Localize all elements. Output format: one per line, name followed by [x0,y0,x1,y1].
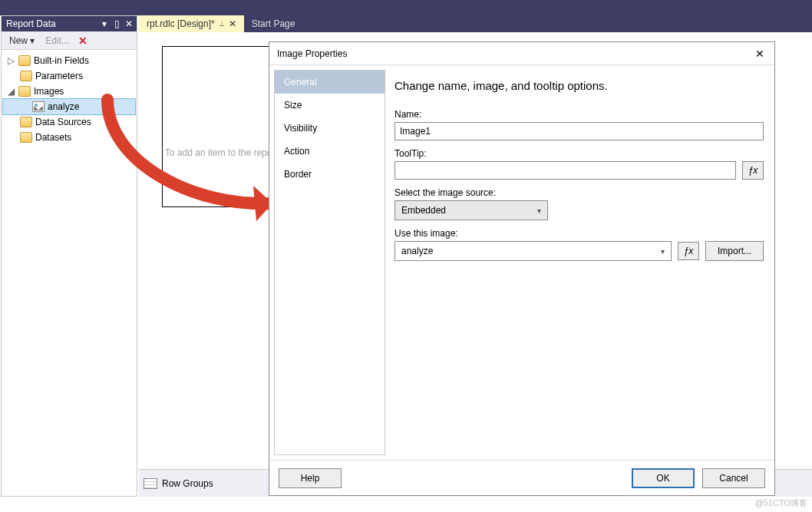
tree-datasources[interactable]: Data Sources [3,114,135,130]
document-tabs: rpt.rdlc [Design]*⟂✕ Start Page [139,15,812,32]
row-groups-label: Row Groups [162,478,213,489]
dialog-title: Image Properties [277,48,347,59]
use-image-combo[interactable]: analyze▾ [394,241,672,261]
chevron-down-icon: ▾ [537,206,541,215]
nav-general[interactable]: General [275,71,385,94]
tree-parameters[interactable]: Parameters [3,68,135,84]
credit: @51CTO博客 [755,497,807,509]
panel-title-bar: Report Data ▾ ▯ ✕ [2,16,137,31]
image-properties-dialog: Image Properties ✕ General Size Visibili… [269,41,775,496]
report-body[interactable] [162,46,269,207]
cancel-button[interactable]: Cancel [702,468,765,488]
nav-visibility[interactable]: Visibility [275,117,385,140]
dialog-nav: General Size Visibility Action Border [274,70,385,455]
delete-icon[interactable]: ✕ [75,35,91,47]
tree-datasets[interactable]: Datasets [3,130,135,145]
dialog-footer: Help OK Cancel [269,460,774,495]
new-button[interactable]: New ▾ [5,34,39,48]
nav-action[interactable]: Action [275,140,385,163]
nav-size[interactable]: Size [275,94,385,117]
report-data-panel: Report Data ▾ ▯ ✕ New ▾ Edit... ✕ ▷Built… [1,15,137,497]
tooltip-label: ToolTip: [394,148,764,159]
tree-builtin-fields[interactable]: ▷Built-in Fields [3,53,135,68]
dialog-close-icon[interactable]: ✕ [751,45,768,62]
useimage-fx-button[interactable]: ƒx [678,242,699,260]
ok-button[interactable]: OK [632,468,695,488]
dialog-title-bar: Image Properties ✕ [269,42,774,65]
name-label: Name: [394,109,764,120]
tooltip-fx-button[interactable]: ƒx [742,161,764,180]
import-button[interactable]: Import... [705,241,764,261]
source-label: Select the image source: [394,187,764,198]
name-input[interactable] [394,122,764,140]
tooltip-input[interactable] [394,161,736,180]
tab-start-page[interactable]: Start Page [244,15,303,32]
panel-title: Report Data [6,18,56,29]
edit-button[interactable]: Edit... [41,34,74,48]
help-button[interactable]: Help [279,468,342,488]
chevron-down-icon: ▾ [661,247,665,256]
nav-border[interactable]: Border [275,163,385,186]
pin-icon[interactable]: ▯ [112,16,121,31]
image-source-select[interactable]: Embedded▾ [394,200,548,220]
dialog-heading: Change name, image, and tooltip options. [394,79,764,92]
dropdown-icon[interactable]: ▾ [100,16,109,31]
pin-icon[interactable]: ⟂ [220,15,224,32]
tree-images[interactable]: ◢Images [3,84,135,99]
tab-design[interactable]: rpt.rdlc [Design]*⟂✕ [139,15,244,32]
tree: ▷Built-in Fields Parameters ◢Images anal… [2,50,137,148]
close-panel-icon[interactable]: ✕ [124,16,134,31]
close-tab-icon[interactable]: ✕ [229,15,236,32]
canvas-hint: To add an item to the repo [165,147,272,158]
useimage-label: Use this image: [394,228,764,239]
dialog-content: Change name, image, and tooltip options.… [390,65,774,460]
row-groups-icon [144,478,157,489]
panel-toolbar: New ▾ Edit... ✕ [2,31,137,50]
tree-image-analyze[interactable]: analyze [3,99,135,114]
